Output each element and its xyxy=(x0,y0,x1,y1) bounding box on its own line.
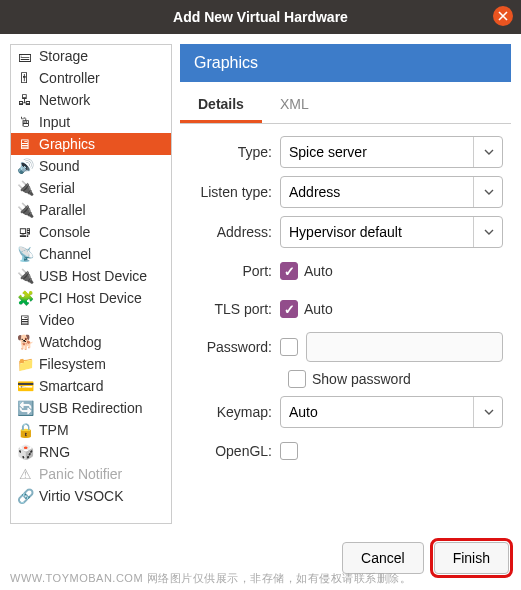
show-password-checkbox[interactable] xyxy=(288,370,306,388)
type-value: Spice server xyxy=(289,144,367,160)
sidebar-item-video[interactable]: 🖥Video xyxy=(11,309,171,331)
input-icon: 🖱 xyxy=(17,114,33,130)
serial-icon: 🔌 xyxy=(17,180,33,196)
address-value: Hypervisor default xyxy=(289,224,402,240)
tab-bar: Details XML xyxy=(180,88,511,124)
listen-type-label: Listen type: xyxy=(188,184,280,200)
sound-icon: 🔊 xyxy=(17,158,33,174)
sidebar-item-label: Console xyxy=(39,224,90,240)
console-icon: 🖳 xyxy=(17,224,33,240)
titlebar: Add New Virtual Hardware xyxy=(0,0,521,34)
sidebar-item-network[interactable]: 🖧Network xyxy=(11,89,171,111)
sidebar-item-label: Watchdog xyxy=(39,334,102,350)
sidebar-item-usbredir[interactable]: 🔄USB Redirection xyxy=(11,397,171,419)
sidebar-item-label: Parallel xyxy=(39,202,86,218)
graphics-icon: 🖥 xyxy=(17,136,33,152)
tls-port-label: TLS port: xyxy=(188,301,280,317)
filesystem-icon: 📁 xyxy=(17,356,33,372)
sidebar-item-label: Panic Notifier xyxy=(39,466,122,482)
sidebar-item-smartcard[interactable]: 💳Smartcard xyxy=(11,375,171,397)
chevron-down-icon xyxy=(473,397,494,427)
tab-details[interactable]: Details xyxy=(180,88,262,123)
sidebar-item-rng[interactable]: 🎲RNG xyxy=(11,441,171,463)
sidebar-item-label: Graphics xyxy=(39,136,95,152)
panic-icon: ⚠ xyxy=(17,466,33,482)
sidebar-item-label: Smartcard xyxy=(39,378,104,394)
sidebar-item-label: Video xyxy=(39,312,75,328)
port-label: Port: xyxy=(188,263,280,279)
cancel-button[interactable]: Cancel xyxy=(342,542,424,574)
keymap-label: Keymap: xyxy=(188,404,280,420)
sidebar-item-label: RNG xyxy=(39,444,70,460)
sidebar-item-parallel[interactable]: 🔌Parallel xyxy=(11,199,171,221)
type-label: Type: xyxy=(188,144,280,160)
form-area: Type: Spice server Listen type: Address … xyxy=(180,124,511,524)
sidebar-item-channel[interactable]: 📡Channel xyxy=(11,243,171,265)
finish-button[interactable]: Finish xyxy=(434,542,509,574)
address-label: Address: xyxy=(188,224,280,240)
sidebar-item-filesystem[interactable]: 📁Filesystem xyxy=(11,353,171,375)
tls-port-auto-checkbox[interactable] xyxy=(280,300,298,318)
port-auto-checkbox[interactable] xyxy=(280,262,298,280)
parallel-icon: 🔌 xyxy=(17,202,33,218)
chevron-down-icon xyxy=(473,137,494,167)
sidebar-item-panic: ⚠Panic Notifier xyxy=(11,463,171,485)
type-combo[interactable]: Spice server xyxy=(280,136,503,168)
sidebar-item-label: USB Host Device xyxy=(39,268,147,284)
rng-icon: 🎲 xyxy=(17,444,33,460)
sidebar-item-vsock[interactable]: 🔗Virtio VSOCK xyxy=(11,485,171,507)
opengl-label: OpenGL: xyxy=(188,443,280,459)
sidebar-item-label: PCI Host Device xyxy=(39,290,142,306)
controller-icon: 🎚 xyxy=(17,70,33,86)
keymap-combo[interactable]: Auto xyxy=(280,396,503,428)
sidebar-item-label: Serial xyxy=(39,180,75,196)
address-combo[interactable]: Hypervisor default xyxy=(280,216,503,248)
panel-header: Graphics xyxy=(180,44,511,82)
sidebar-item-label: Controller xyxy=(39,70,100,86)
sidebar-item-label: Virtio VSOCK xyxy=(39,488,124,504)
sidebar-item-label: USB Redirection xyxy=(39,400,143,416)
sidebar-item-label: TPM xyxy=(39,422,69,438)
main-panel: Graphics Details XML Type: Spice server … xyxy=(180,44,511,524)
tab-xml[interactable]: XML xyxy=(262,88,327,123)
sidebar-item-storage[interactable]: 🖴Storage xyxy=(11,45,171,67)
opengl-checkbox[interactable] xyxy=(280,442,298,460)
close-icon xyxy=(498,11,508,21)
password-input[interactable] xyxy=(306,332,503,362)
sidebar-item-controller[interactable]: 🎚Controller xyxy=(11,67,171,89)
close-button[interactable] xyxy=(493,6,513,26)
watermark-text: WWW.TOYMOBAN.COM 网络图片仅供展示，非存储，如有侵权请联系删除。 xyxy=(10,571,411,586)
window-title: Add New Virtual Hardware xyxy=(173,9,348,25)
sidebar-item-serial[interactable]: 🔌Serial xyxy=(11,177,171,199)
network-icon: 🖧 xyxy=(17,92,33,108)
sidebar-item-tpm[interactable]: 🔒TPM xyxy=(11,419,171,441)
password-enable-checkbox[interactable] xyxy=(280,338,298,356)
sidebar-item-label: Network xyxy=(39,92,90,108)
sidebar-item-label: Sound xyxy=(39,158,79,174)
password-label: Password: xyxy=(188,339,280,355)
sidebar-item-label: Filesystem xyxy=(39,356,106,372)
show-password-label: Show password xyxy=(312,371,411,387)
sidebar-item-usb[interactable]: 🔌USB Host Device xyxy=(11,265,171,287)
tpm-icon: 🔒 xyxy=(17,422,33,438)
watchdog-icon: 🐕 xyxy=(17,334,33,350)
listen-type-value: Address xyxy=(289,184,340,200)
sidebar-item-pci[interactable]: 🧩PCI Host Device xyxy=(11,287,171,309)
keymap-value: Auto xyxy=(289,404,318,420)
sidebar-item-label: Input xyxy=(39,114,70,130)
chevron-down-icon xyxy=(473,177,494,207)
hardware-sidebar: 🖴Storage🎚Controller🖧Network🖱Input🖥Graphi… xyxy=(10,44,172,524)
sidebar-item-label: Storage xyxy=(39,48,88,64)
sidebar-item-input[interactable]: 🖱Input xyxy=(11,111,171,133)
listen-type-combo[interactable]: Address xyxy=(280,176,503,208)
smartcard-icon: 💳 xyxy=(17,378,33,394)
channel-icon: 📡 xyxy=(17,246,33,262)
usbredir-icon: 🔄 xyxy=(17,400,33,416)
vsock-icon: 🔗 xyxy=(17,488,33,504)
video-icon: 🖥 xyxy=(17,312,33,328)
sidebar-item-graphics[interactable]: 🖥Graphics xyxy=(11,133,171,155)
sidebar-item-console[interactable]: 🖳Console xyxy=(11,221,171,243)
port-auto-label: Auto xyxy=(304,263,333,279)
sidebar-item-sound[interactable]: 🔊Sound xyxy=(11,155,171,177)
sidebar-item-watchdog[interactable]: 🐕Watchdog xyxy=(11,331,171,353)
